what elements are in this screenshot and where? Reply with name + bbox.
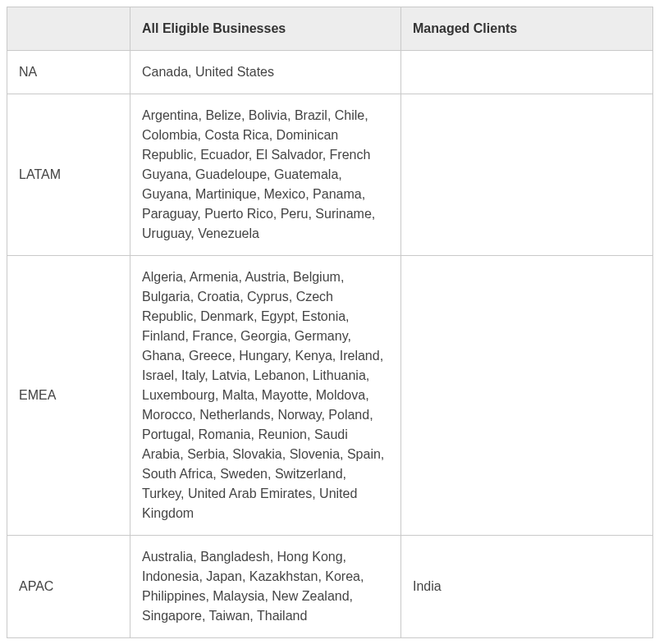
- table-row: NA Canada, United States: [7, 51, 653, 94]
- cell-all-eligible: Australia, Bangladesh, Hong Kong, Indone…: [130, 536, 401, 638]
- cell-all-eligible: Argentina, Belize, Bolivia, Brazil, Chil…: [130, 94, 401, 256]
- table-row: EMEA Algeria, Armenia, Austria, Belgium,…: [7, 256, 653, 536]
- cell-region: APAC: [7, 536, 130, 638]
- cell-region: EMEA: [7, 256, 130, 536]
- cell-all-eligible: Canada, United States: [130, 51, 401, 94]
- header-managed-clients: Managed Clients: [401, 7, 653, 51]
- cell-managed-clients: [401, 256, 653, 536]
- cell-managed-clients: [401, 51, 653, 94]
- header-row: All Eligible Businesses Managed Clients: [7, 7, 653, 51]
- cell-managed-clients: India: [401, 536, 653, 638]
- table-row: APAC Australia, Bangladesh, Hong Kong, I…: [7, 536, 653, 638]
- cell-all-eligible: Algeria, Armenia, Austria, Belgium, Bulg…: [130, 256, 401, 536]
- cell-managed-clients: [401, 94, 653, 256]
- regions-table: All Eligible Businesses Managed Clients …: [7, 7, 653, 638]
- table-header: All Eligible Businesses Managed Clients: [7, 7, 653, 51]
- table-row: LATAM Argentina, Belize, Bolivia, Brazil…: [7, 94, 653, 256]
- header-region: [7, 7, 130, 51]
- cell-region: LATAM: [7, 94, 130, 256]
- header-all-eligible: All Eligible Businesses: [130, 7, 401, 51]
- table-body: NA Canada, United States LATAM Argentina…: [7, 51, 653, 638]
- cell-region: NA: [7, 51, 130, 94]
